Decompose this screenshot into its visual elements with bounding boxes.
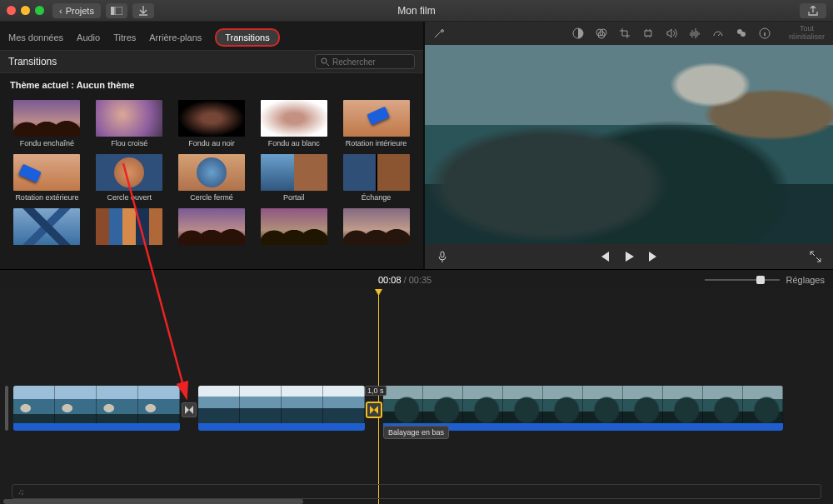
search-field[interactable] [315,54,415,69]
transition-item[interactable] [257,208,331,245]
transition-label: Fondu enchaîné [20,139,74,147]
import-button[interactable] [132,3,154,18]
window-controls [7,6,44,15]
fullscreen-preview-button[interactable] [810,251,821,262]
timeline-clip[interactable] [198,386,365,431]
playback-controls [425,244,833,269]
viewer-pane: Tout réinitialiser [425,22,833,269]
timeline-transition[interactable] [181,401,197,419]
tab-backgrounds[interactable]: Arrière-plans [149,32,202,42]
timeline-transition-selected[interactable] [366,401,382,419]
library-view-button[interactable] [106,3,127,18]
transition-duration-label: 1,0 s [365,386,387,396]
minimize-window-button[interactable] [21,6,30,15]
audio-track-placeholder[interactable]: ♫ [12,484,821,499]
crop-icon[interactable] [619,27,631,39]
speed-icon[interactable] [712,27,724,39]
tab-audio[interactable]: Audio [77,32,100,42]
transition-cercle-ouvert[interactable]: Cercle ouvert [92,154,167,202]
preview-viewport[interactable] [425,45,833,244]
transition-item[interactable] [10,208,84,245]
transition-rotation-interieure[interactable]: Rotation intérieure [339,100,413,147]
next-frame-button[interactable] [648,252,660,262]
transition-item[interactable] [175,208,249,245]
transition-portail[interactable]: Portail [257,154,331,202]
svg-rect-0 [111,7,114,15]
timeline-h-scrollbar[interactable] [3,499,303,504]
info-icon[interactable] [759,27,771,39]
prev-frame-button[interactable] [598,252,610,262]
transition-icon [182,402,197,417]
viewer-toolbar: Tout réinitialiser [425,22,833,45]
search-input[interactable] [332,57,399,67]
transition-label: Flou croisé [111,139,147,147]
close-window-button[interactable] [7,6,16,15]
media-browser: Mes données Audio Titres Arrière-plans T… [0,22,425,269]
back-to-projects-button[interactable]: ‹ Projets [52,3,101,18]
noise-reduction-icon[interactable] [689,27,701,39]
transition-cercle-ferme[interactable]: Cercle fermé [175,154,249,202]
transition-flou-croise[interactable]: Flou croisé [92,100,167,147]
titlebar: ‹ Projets Mon film [0,0,833,22]
theme-label: Thème actuel : Aucun thème [0,73,423,97]
clip-filter-icon[interactable] [736,27,747,39]
transition-label: Cercle ouvert [107,193,152,202]
stabilize-icon[interactable] [642,27,654,39]
transition-fondu-enchaine[interactable]: Fondu enchaîné [10,100,84,147]
preview-image [425,45,833,244]
transition-label: Fondu au noir [188,139,235,147]
svg-rect-1 [115,7,122,15]
play-button[interactable] [623,251,635,262]
transition-grid: Fondu enchaîné Flou croisé Fondu au noir… [0,97,423,252]
transition-label: Portail [283,193,305,202]
timeline-zoom-slider[interactable] [705,279,780,281]
tab-titles[interactable]: Titres [113,32,136,42]
svg-rect-7 [645,31,651,36]
timeline-clip[interactable] [13,386,180,431]
transition-item[interactable] [339,208,413,245]
chevron-left-icon: ‹ [59,6,62,16]
magic-wand-icon[interactable] [433,27,445,39]
color-balance-icon[interactable] [572,27,584,39]
transition-tooltip: Balayage en bas [383,426,449,439]
timeline-settings-button[interactable]: Réglages [786,275,825,285]
timecode-current: 00:08 [378,275,402,285]
timeline-clip[interactable] [383,386,783,431]
back-label: Projets [66,6,94,16]
share-button[interactable] [800,3,826,18]
panel-title: Transitions [8,56,57,67]
timeline[interactable]: 1,0 s Balayage en bas ♫ [0,289,833,504]
transition-label: Cercle fermé [190,193,233,202]
music-note-icon: ♫ [17,487,24,497]
search-icon [321,57,329,66]
svg-point-2 [322,58,327,63]
browser-tabs: Mes données Audio Titres Arrière-plans T… [0,22,423,50]
timecode-sep: / [402,275,409,285]
timecode-display: 00:08 / 00:35 [378,275,431,285]
tab-my-media[interactable]: Mes données [8,32,63,42]
transition-label: Rotation extérieure [15,193,78,202]
panel-header: Transitions [0,50,423,73]
color-correction-icon[interactable] [596,27,607,39]
transition-label: Échange [362,193,392,202]
fullscreen-window-button[interactable] [35,6,44,15]
transition-rotation-exterieure[interactable]: Rotation extérieure [10,154,84,202]
transition-fondu-noir[interactable]: Fondu au noir [175,100,249,147]
tab-transitions[interactable]: Transitions [215,28,279,47]
voiceover-icon[interactable] [436,251,448,262]
transition-icon [367,402,382,417]
timecode-bar: 00:08 / 00:35 Réglages [0,269,833,289]
transition-item[interactable] [92,208,167,245]
transition-label: Rotation intérieure [346,139,407,147]
svg-point-9 [741,32,746,37]
reset-all-button[interactable]: Tout réinitialiser [789,25,825,42]
transition-echange[interactable]: Échange [339,154,413,202]
svg-rect-11 [441,252,444,257]
transition-fondu-blanc[interactable]: Fondu au blanc [257,100,331,147]
transition-label: Fondu au blanc [268,139,320,147]
timecode-total: 00:35 [409,275,432,285]
volume-icon[interactable] [666,27,677,39]
